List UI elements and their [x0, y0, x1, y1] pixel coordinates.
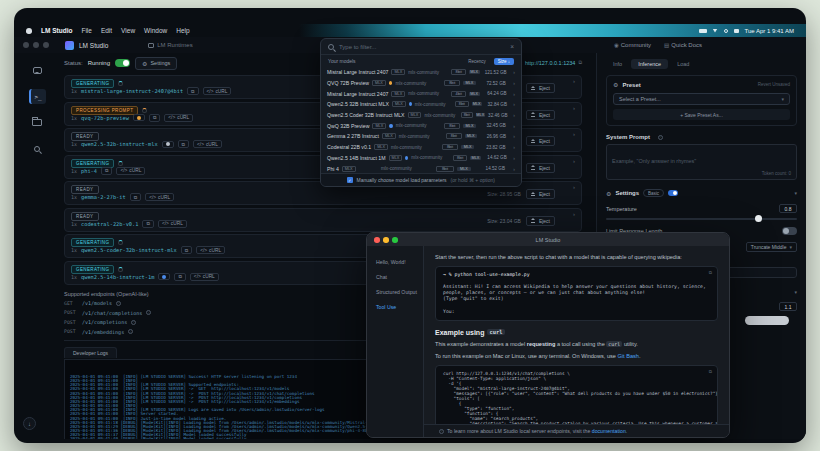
eject-button[interactable]: Eject: [526, 216, 555, 226]
menubar-item[interactable]: Help: [176, 27, 189, 34]
server-toggle[interactable]: [115, 59, 130, 67]
basic-mode-badge[interactable]: Basic: [643, 189, 664, 197]
apple-menu-icon[interactable]: [26, 28, 32, 34]
panel-tab[interactable]: Info: [606, 59, 629, 69]
sort-recency-button[interactable]: Recency: [464, 58, 490, 65]
context-overflow-select[interactable]: Truncate Middle▾: [746, 242, 797, 252]
eject-button[interactable]: Eject: [526, 163, 555, 173]
sidebar-item-discover[interactable]: [29, 141, 46, 156]
tab-lm-runtimes[interactable]: LM Runtimes: [148, 42, 192, 48]
copy-model-id-button[interactable]: ⧉: [181, 246, 192, 254]
window-close-button[interactable]: [374, 237, 380, 243]
copy-model-id-button[interactable]: ⧉: [178, 140, 189, 148]
chevron-down-icon[interactable]: ▾: [794, 190, 797, 196]
limit-response-toggle[interactable]: [782, 227, 797, 235]
window-minimize-button[interactable]: [383, 237, 389, 243]
panel-tab[interactable]: Load: [670, 59, 696, 69]
downloads-indicator[interactable]: ↓: [23, 417, 36, 430]
sort-size-button[interactable]: Size ↓: [494, 58, 514, 65]
curl-button[interactable]: </>cURL: [116, 167, 145, 175]
copy-code-icon[interactable]: ⧉: [709, 270, 712, 275]
model-option-row[interactable]: Gemma 2 27B Instruct MLX mlx-community 8…: [321, 131, 521, 142]
documentation-link[interactable]: documentation: [592, 428, 626, 434]
info-icon[interactable]: i: [116, 301, 121, 306]
menubar-item[interactable]: Edit: [101, 27, 112, 34]
eject-button[interactable]: Eject: [526, 136, 555, 146]
copy-model-id-button[interactable]: ⧉: [174, 273, 185, 281]
copy-model-id-button[interactable]: ⧉: [149, 114, 160, 122]
spotlight-icon[interactable]: [724, 29, 728, 33]
community-button[interactable]: ◉Community: [614, 42, 651, 48]
docs-sidebar-item[interactable]: Structured Output: [367, 285, 423, 300]
copy-model-id-button[interactable]: ⧉: [101, 167, 112, 175]
preset-select[interactable]: Select a Preset... ▾: [613, 93, 790, 105]
close-icon[interactable]: ×: [510, 43, 514, 50]
sidebar-item-chat[interactable]: [29, 63, 46, 78]
curl-button[interactable]: </>cURL: [164, 114, 193, 122]
expand-chevron-icon[interactable]: ›: [573, 184, 575, 190]
sidebar-item-my-models[interactable]: [29, 115, 46, 130]
menubar-item[interactable]: Window: [144, 27, 167, 34]
curl-button[interactable]: </>cURL: [193, 140, 222, 148]
git-bash-link[interactable]: Git Bash: [618, 353, 639, 359]
info-icon[interactable]: i: [131, 320, 136, 325]
slider-knob[interactable]: [755, 215, 762, 222]
menubar-item[interactable]: View: [121, 27, 135, 34]
manual-load-checkbox[interactable]: [347, 177, 353, 183]
model-option-row[interactable]: Mistral Large Instruct 2407 MLX mlx-comm…: [321, 88, 521, 99]
window-close-button[interactable]: [23, 42, 29, 48]
mode-toggle[interactable]: [668, 190, 678, 196]
server-settings-button[interactable]: ⚙Settings: [135, 57, 177, 70]
model-option-row[interactable]: Qwen2.5 14B Instruct 1M MLX mlx-communit…: [321, 153, 521, 164]
copy-url-icon[interactable]: ⧉: [578, 59, 582, 66]
model-option-row[interactable]: Codestral 22B v0.1 MLX mlx-community 8bi…: [321, 142, 521, 153]
partially-visible-control[interactable]: [745, 316, 789, 325]
expand-chevron-icon[interactable]: ›: [573, 105, 575, 111]
curl-button[interactable]: </>cURL: [203, 87, 232, 95]
docs-sidebar-item[interactable]: Hello, World!: [367, 255, 423, 270]
quick-docs-button[interactable]: ▤Quick Docs: [664, 42, 702, 48]
curl-button[interactable]: </>cURL: [145, 193, 174, 201]
app-tab[interactable]: LM Studio: [79, 42, 108, 49]
filter-input[interactable]: Type to filter...: [339, 44, 505, 50]
eject-button[interactable]: Eject: [526, 110, 555, 120]
curl-button[interactable]: </>cURL: [158, 220, 187, 228]
expand-chevron-icon[interactable]: ›: [573, 78, 575, 84]
save-preset-button[interactable]: + Save Preset As...: [613, 109, 790, 120]
copy-code-icon[interactable]: ⧉: [709, 369, 712, 374]
model-option-row[interactable]: QwQ 32B Preview MLX mlx-community 8bit M…: [321, 120, 521, 131]
window-minimize-button[interactable]: [33, 42, 39, 48]
sidebar-item-developer[interactable]: >_: [29, 89, 46, 104]
copy-model-id-button[interactable]: ⧉: [142, 220, 153, 228]
info-icon[interactable]: i: [658, 135, 663, 140]
model-option-row[interactable]: QVQ 72B Preview MLX mlx-community 8bit M…: [321, 78, 521, 89]
menubar-clock[interactable]: Tue Apr 1 9:41 AM: [745, 28, 794, 34]
curl-button[interactable]: </>cURL: [190, 273, 219, 281]
chevron-down-icon[interactable]: ▾: [794, 289, 797, 295]
model-option-row[interactable]: Qwen2.5 32B Instruct MLX MLX mlx-communi…: [321, 99, 521, 110]
temperature-slider[interactable]: [606, 218, 797, 220]
revert-unsaved-link[interactable]: Revert Unsaved: [758, 82, 790, 87]
temperature-value[interactable]: 0.8: [779, 204, 797, 213]
eject-button[interactable]: Eject: [526, 83, 555, 93]
expand-chevron-icon[interactable]: ›: [573, 131, 575, 137]
info-icon[interactable]: i: [128, 329, 133, 334]
system-prompt-input[interactable]: Example, "Only answer in rhymes" Token c…: [606, 144, 797, 180]
repeat-penalty-value[interactable]: 1.1: [779, 302, 797, 311]
info-icon[interactable]: i: [146, 310, 151, 315]
panel-tab[interactable]: Inference: [631, 59, 668, 69]
model-option-row[interactable]: Mistral Large Instruct 2407 MLX mlx-comm…: [321, 67, 521, 78]
control-center-icon[interactable]: [734, 29, 739, 33]
expand-chevron-icon[interactable]: ›: [573, 211, 575, 217]
window-zoom-button[interactable]: [392, 237, 398, 243]
menubar-app-name[interactable]: LM Studio: [41, 27, 72, 34]
copy-model-id-button[interactable]: ⧉: [130, 193, 141, 201]
model-option-row[interactable]: Qwen2.5 Coder 32B Instruct MLX MLX mlx-c…: [321, 110, 521, 121]
docs-sidebar-item[interactable]: Chat: [367, 270, 423, 285]
window-zoom-button[interactable]: [43, 42, 49, 48]
eject-button[interactable]: Eject: [526, 189, 555, 199]
expand-chevron-icon[interactable]: ›: [573, 158, 575, 164]
copy-model-id-button[interactable]: ⧉: [187, 87, 198, 95]
developer-logs-tab[interactable]: Developer Logs: [64, 347, 117, 358]
menubar-item[interactable]: File: [81, 27, 91, 34]
